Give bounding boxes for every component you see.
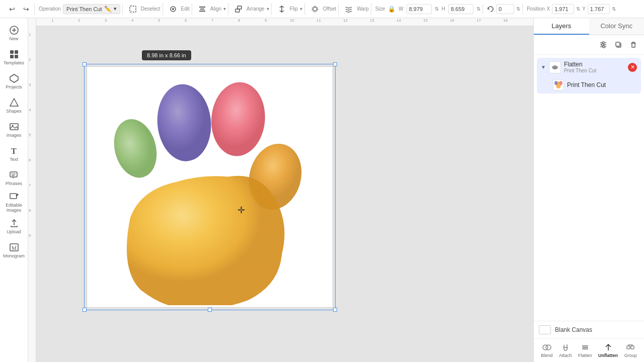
attach-button[interactable]: Attach <box>556 341 575 360</box>
layers-delete-button[interactable] <box>627 38 640 51</box>
main-toolbar: ↩ ↪ Operation Print Then Cut ✏️ ▾ Desele… <box>0 0 644 18</box>
unflatten-button[interactable]: Unflatten <box>595 341 621 360</box>
sidebar-item-templates[interactable]: Templates <box>3 46 25 68</box>
deselect-label: Deselect <box>141 6 160 12</box>
images-label: Images <box>7 133 22 138</box>
projects-icon <box>9 73 19 83</box>
upload-label: Upload <box>7 229 21 234</box>
size-tooltip: 8.98 in x 8.66 in <box>142 50 191 60</box>
right-panel: Layers Color Sync ▼ Flatten <box>533 18 644 362</box>
undo-button[interactable]: ↩ <box>6 3 18 15</box>
position-section: Position X ⇅ Y ⇅ <box>525 4 618 14</box>
svg-rect-7 <box>237 6 242 9</box>
unflatten-icon <box>604 343 613 352</box>
blend-button[interactable]: Blend <box>538 341 555 360</box>
position-x-label: X <box>547 6 550 12</box>
canvas-area[interactable]: 1 2 3 4 5 6 7 8 9 10 11 12 13 14 15 16 1… <box>28 18 533 362</box>
monogram-label: Monogram <box>3 253 25 258</box>
sidebar-item-monogram[interactable]: M Monogram <box>3 239 25 261</box>
height-label: H <box>442 6 445 12</box>
offset-button[interactable] <box>309 3 321 15</box>
operation-value: Print Then Cut <box>66 6 102 12</box>
operation-selector[interactable]: Print Then Cut ✏️ ▾ <box>63 4 120 14</box>
blend-icon <box>542 343 551 352</box>
canvas-viewport[interactable]: ✛ 8.98 in x 8.66 in <box>36 26 533 362</box>
svg-rect-43 <box>582 345 588 346</box>
position-y-input[interactable] <box>588 4 610 14</box>
layer-child-thumb <box>553 79 564 90</box>
history-section: ↩ ↪ <box>4 3 35 15</box>
handle-bottom-center[interactable] <box>208 308 212 312</box>
layer-flatten-header[interactable]: ▼ Flatten Print Then Cut ✕ <box>537 58 641 76</box>
width-input[interactable] <box>407 4 432 14</box>
group-button[interactable]: Group <box>621 341 640 360</box>
flip-section: Flip ▾ <box>274 3 305 15</box>
layers-duplicate-button[interactable] <box>612 38 625 51</box>
height-input[interactable] <box>448 4 473 14</box>
svg-point-29 <box>154 82 214 163</box>
projects-label: Projects <box>6 84 22 89</box>
arrange-chevron-icon: ▾ <box>267 6 269 12</box>
svg-rect-47 <box>631 346 634 349</box>
sidebar-item-projects[interactable]: Projects <box>3 70 25 93</box>
flip-button[interactable] <box>276 3 288 15</box>
svg-rect-45 <box>582 348 588 349</box>
flatten-button[interactable]: Flatten <box>575 341 595 360</box>
monogram-icon: M <box>9 242 19 252</box>
layer-child-print-then-cut[interactable]: Print Then Cut <box>537 76 641 94</box>
align-label: Align <box>210 6 221 12</box>
right-bottom-actions: Blend Attach Flatten Unflatten Group <box>534 338 644 362</box>
svg-point-30 <box>208 80 268 158</box>
sidebar-item-upload[interactable]: Upload <box>3 215 25 237</box>
position-x-input[interactable] <box>552 4 574 14</box>
new-label: New <box>9 36 18 41</box>
sidebar-item-phrases[interactable]: Phrases <box>3 167 25 189</box>
panel-tabs: Layers Color Sync <box>534 18 644 35</box>
templates-label: Templates <box>4 60 24 65</box>
handle-top-right[interactable] <box>333 62 337 66</box>
paw-image[interactable] <box>89 74 326 308</box>
rotate-section: ⇅ <box>485 4 523 14</box>
layers-filter-button[interactable] <box>597 38 610 51</box>
svg-rect-24 <box>10 194 17 199</box>
deselect-button[interactable] <box>127 3 139 15</box>
edit-button[interactable] <box>167 3 179 15</box>
svg-rect-14 <box>15 50 18 54</box>
handle-top-left[interactable] <box>83 62 87 66</box>
svg-rect-21 <box>10 172 17 177</box>
sidebar-item-editable-images[interactable]: Editable Images <box>3 191 25 213</box>
editable-images-icon <box>9 192 19 202</box>
sidebar-item-text[interactable]: T Text <box>3 143 25 165</box>
svg-text:T: T <box>11 147 17 155</box>
offset-section: Offset <box>307 3 339 15</box>
handle-bottom-right[interactable] <box>333 308 337 312</box>
handle-bottom-left[interactable] <box>83 308 87 312</box>
blank-canvas-label: Blank Canvas <box>555 326 592 333</box>
svg-point-28 <box>108 114 163 183</box>
rotate-icon <box>487 6 494 13</box>
sidebar-item-new[interactable]: New <box>3 22 25 44</box>
svg-rect-13 <box>10 50 14 54</box>
ruler-left: 1 2 3 4 5 6 7 8 9 <box>28 18 36 362</box>
redo-button[interactable]: ↪ <box>20 3 32 15</box>
flatten-icon <box>581 343 590 352</box>
text-label: Text <box>10 157 18 162</box>
position-y-label: Y <box>582 6 586 12</box>
svg-rect-4 <box>200 9 204 10</box>
rotate-input[interactable] <box>496 4 514 14</box>
size-lock-icon[interactable]: 🔒 <box>388 6 395 13</box>
arrange-button[interactable] <box>232 3 245 15</box>
warp-button[interactable] <box>343 3 355 15</box>
shapes-label: Shapes <box>6 109 22 114</box>
layer-delete-button[interactable]: ✕ <box>628 63 637 72</box>
svg-point-8 <box>313 7 317 11</box>
align-button[interactable] <box>196 3 208 15</box>
svg-rect-44 <box>582 347 588 348</box>
panel-toolbar <box>534 35 644 55</box>
size-label: Size <box>375 6 385 12</box>
sidebar-item-shapes[interactable]: Shapes <box>3 95 25 117</box>
tab-color-sync[interactable]: Color Sync <box>589 18 645 35</box>
sidebar-item-images[interactable]: Images <box>3 119 25 141</box>
arrange-section: Arrange ▾ <box>230 3 272 15</box>
tab-layers[interactable]: Layers <box>534 18 589 35</box>
